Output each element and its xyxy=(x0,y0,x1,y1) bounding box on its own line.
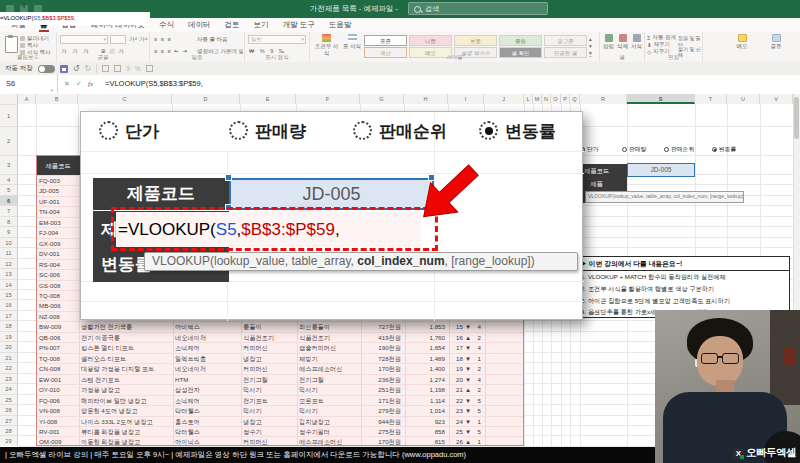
tab-삽입[interactable]: 삽입 xyxy=(55,18,84,32)
table-row[interactable]: RV-001뷰티룸 화장품 냉장고닥터웰스정수기정수기필터275천원85825▼… xyxy=(37,426,523,436)
row-header-18[interactable]: 18 xyxy=(0,320,18,330)
row-header-5[interactable]: 5 xyxy=(0,184,18,194)
scrollbar-thumb[interactable] xyxy=(794,97,799,139)
column-header-E[interactable]: E xyxy=(240,94,296,104)
cut-button[interactable]: 잘라내기 xyxy=(20,35,49,42)
row-header-6[interactable]: 6 xyxy=(0,195,18,205)
column-header-N[interactable]: N xyxy=(542,94,551,104)
row-header-13[interactable]: 13 xyxy=(0,268,18,278)
column-header-J[interactable]: J xyxy=(484,94,524,104)
column-header-M[interactable]: M xyxy=(533,94,542,104)
row-header-15[interactable]: 15 xyxy=(0,289,18,299)
tab-개발 도구[interactable]: 개발 도구 xyxy=(276,18,322,32)
column-header-Q[interactable]: Q xyxy=(570,94,580,104)
table-row[interactable]: PN-007킹스톤 멀티 티포트소닉케어커피머신캡슐커피머신190천원1,654… xyxy=(37,342,523,352)
share-button[interactable]: 공유 xyxy=(760,33,792,60)
cancel-icon[interactable]: ✕ xyxy=(64,75,70,93)
cell-style-보통[interactable]: 보통 xyxy=(454,35,497,46)
row-header-16[interactable]: 16 xyxy=(0,299,18,309)
column-header-L[interactable]: L xyxy=(524,94,533,104)
font-name-select[interactable]: ▾ xyxy=(60,35,108,44)
row-header-9[interactable]: 9 xyxy=(0,226,18,236)
row-header-17[interactable]: 17 xyxy=(0,310,18,320)
gallery-scroll-buttons[interactable]: ▴▾▾̲ xyxy=(589,36,592,56)
qat-icon-3[interactable]: 9 xyxy=(126,65,130,73)
autosave-toggle[interactable] xyxy=(38,65,55,73)
row-header-23[interactable]: 23 xyxy=(0,373,18,383)
option-radio-판매량[interactable] xyxy=(229,121,248,140)
qat-icon-1[interactable] xyxy=(102,65,109,72)
option-radio-판매순위[interactable] xyxy=(353,121,372,140)
row-header-29[interactable]: 29 xyxy=(0,435,18,445)
tab-도움말[interactable]: 도움말 xyxy=(322,18,359,32)
mini-option-변동률[interactable] xyxy=(712,147,717,152)
column-header-U[interactable]: U xyxy=(727,94,760,104)
row-header-4[interactable]: 4 xyxy=(0,174,18,184)
column-header-S[interactable]: S xyxy=(627,94,695,104)
cell-style-표준[interactable]: 표준 xyxy=(364,35,407,46)
valign-buttons[interactable]: ≡ ≡ ≡ xyxy=(154,36,172,42)
column-header-R[interactable]: R xyxy=(580,94,627,104)
column-header-P[interactable]: P xyxy=(561,94,570,104)
column-header-C[interactable]: C xyxy=(78,94,172,104)
column-header-V[interactable]: V xyxy=(760,94,793,104)
tab-검토[interactable]: 검토 xyxy=(218,18,247,32)
cell-style-경고문[interactable]: 경고문 xyxy=(544,35,587,46)
search-input[interactable]: 검색 xyxy=(408,2,548,15)
mini-option-판매순위[interactable] xyxy=(664,147,669,152)
number-format-select[interactable]: 일반▾ xyxy=(248,35,306,44)
tab-파일[interactable]: 파일 xyxy=(4,18,33,32)
column-header-H[interactable]: H xyxy=(404,94,448,104)
row-header-2[interactable]: 2 xyxy=(0,126,18,155)
column-header-O[interactable]: O xyxy=(551,94,561,104)
select-all-corner[interactable] xyxy=(0,94,18,104)
table-row[interactable]: OY-010가정용 냉장고삼성전자믹서기믹서기251천원1,19821▲2★★★… xyxy=(37,384,523,394)
row-header-1[interactable]: 1 xyxy=(0,104,18,126)
row-header-25[interactable]: 25 xyxy=(0,394,18,404)
row-header-8[interactable]: 8 xyxy=(0,216,18,226)
comments-button[interactable]: 메모 xyxy=(726,33,758,60)
autosum-button[interactable]: Σ 자동 합계 xyxy=(647,34,676,41)
table-row[interactable]: FQ-006해피라이브 일반 냉장고소닉케어전기포트보온포트171천원1,114… xyxy=(37,395,523,405)
row-header-20[interactable]: 20 xyxy=(0,341,18,351)
column-header-F[interactable]: F xyxy=(296,94,360,104)
row-header-10[interactable]: 10 xyxy=(0,237,18,247)
tab-홈[interactable]: 홈 xyxy=(33,18,55,32)
formula-input[interactable]: =VLOOKUP(S5,$B$3:$P$59, xyxy=(105,75,203,93)
table-row[interactable]: QB-006전기 이중국통네오네이처식품건조기식품건조기419천원1,76016… xyxy=(37,332,523,342)
column-header-I[interactable]: I xyxy=(448,94,484,104)
column-header-B[interactable]: B xyxy=(36,94,78,104)
row-header-14[interactable]: 14 xyxy=(0,279,18,289)
table-row[interactable]: TQ-008셀러오스 티포트일렉트릭홈냉장고제빙기728천원1,48918▼1★… xyxy=(37,353,523,363)
tab-페이지 레이아웃[interactable]: 페이지 레이아웃 xyxy=(84,18,153,32)
undo-button[interactable]: ↺ xyxy=(73,65,80,73)
column-header-A[interactable]: A xyxy=(18,94,36,104)
row-header-28[interactable]: 28 xyxy=(0,425,18,435)
tab-보기[interactable]: 보기 xyxy=(247,18,276,32)
option-radio-변동률[interactable] xyxy=(479,121,498,140)
column-header-G[interactable]: G xyxy=(360,94,404,104)
tab-수식[interactable]: 수식 xyxy=(152,18,181,32)
font-grow-shrink[interactable]: 가˄ 가˅ xyxy=(129,36,148,43)
row-header-12[interactable]: 12 xyxy=(0,258,18,268)
insert-function-icon[interactable]: fx xyxy=(88,75,93,93)
table-row[interactable]: EW-001스텐 전기포트HTM전기그릴전기그릴236천원1,27420▼4★★… xyxy=(37,374,523,384)
tab-데이터[interactable]: 데이터 xyxy=(181,18,218,32)
table-row[interactable]: YI-008나이스 333L 2도어 냉장고홀스토어냉장고김치냉장고944천원9… xyxy=(37,416,523,426)
row-header-26[interactable]: 26 xyxy=(0,404,18,414)
table-row[interactable]: CN-008대용량 가정용 디지털 포트네오네이처커피머신에스프레소머신170천… xyxy=(37,363,523,373)
row-header-19[interactable]: 19 xyxy=(0,331,18,341)
row-header-24[interactable]: 24 xyxy=(0,383,18,393)
qat-icon-4[interactable]: % xyxy=(135,65,141,73)
wrap-text-button[interactable]: 자동 줄 바꿈 xyxy=(197,36,228,43)
save-icon[interactable] xyxy=(34,5,42,13)
save-button[interactable] xyxy=(60,65,68,73)
table-row[interactable]: OM-009이동형 화장품 냉장고아이닉스커피머신에스프레소머신170천원815… xyxy=(37,436,523,446)
qat-icon-2[interactable] xyxy=(114,65,121,72)
paste-icon[interactable] xyxy=(5,36,18,53)
qat-icon-5[interactable] xyxy=(146,65,153,72)
column-header-T[interactable]: T xyxy=(695,94,727,104)
table-row[interactable]: VN-008양문형 4도어 냉장고닥터웰스믹서기믹서기279천원1,01423▼… xyxy=(37,405,523,415)
column-header-D[interactable]: D xyxy=(172,94,240,104)
enter-icon[interactable]: ✓ xyxy=(76,75,82,93)
